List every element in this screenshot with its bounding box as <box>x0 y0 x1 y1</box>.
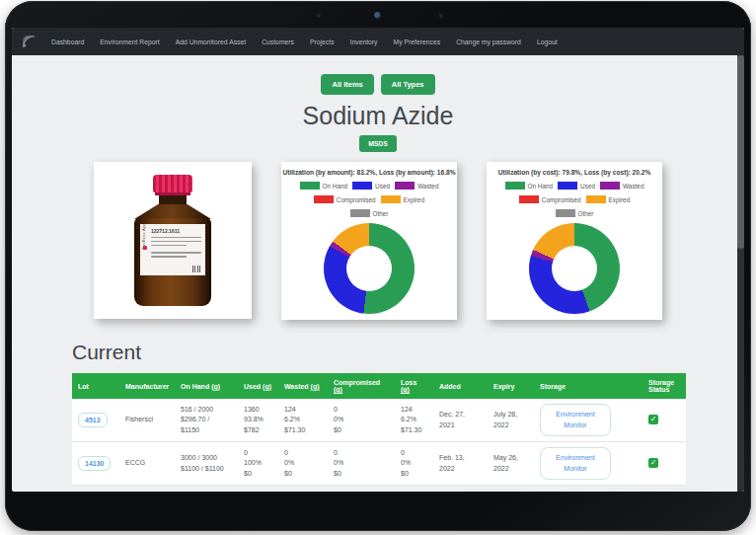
legend-color-chip <box>352 182 372 190</box>
legend-color-chip <box>381 195 401 203</box>
bottle-label: PanReac AppliChem 122712.1611 <box>140 224 205 275</box>
cards-row: PanReac AppliChem 122712.1611 Utilizatio… <box>12 162 744 320</box>
legend-color-chip <box>395 182 415 190</box>
nav-item-change-my-password[interactable]: Change my password <box>456 38 521 45</box>
on-hand-cell: 3000 / 3000 $1100 / $1100 <box>175 442 238 486</box>
environment-monitor-button[interactable]: Environment Monitor <box>540 404 611 436</box>
lot-cell: 14130 <box>72 442 119 486</box>
nav-item-logout[interactable]: Logout <box>537 38 558 45</box>
compromised-cell: 0 0% $0 <box>328 442 395 486</box>
legend-item-compromised[interactable]: Compromised <box>314 195 376 203</box>
column-header-storage-status: Storage Status <box>643 373 686 399</box>
nav-item-projects[interactable]: Projects <box>310 38 335 45</box>
scrollbar-thumb[interactable] <box>737 55 744 249</box>
legend-label: Compromised <box>337 196 376 203</box>
donut-chart[interactable] <box>529 223 620 314</box>
legend-item-wasted[interactable]: Wasted <box>395 182 438 190</box>
nav-item-dashboard[interactable]: Dashboard <box>51 38 84 45</box>
legend-item-other[interactable]: Other <box>556 209 594 217</box>
table-row: 4513Fishersci516 / 2000 $296.70 / $11501… <box>72 399 686 442</box>
page-content: All Items All Types Sodium Azide MSDS <box>12 55 744 492</box>
barcode <box>192 266 202 272</box>
column-header-loss-g-: Loss (g) <box>395 373 433 399</box>
used-cell: 1360 93.8% $782 <box>238 399 278 442</box>
donut-chart[interactable] <box>324 223 415 314</box>
legend-item-expired[interactable]: Expired <box>381 195 425 203</box>
storage-status-cell: ✓ <box>643 442 686 486</box>
legend-item-other[interactable]: Other <box>350 209 389 217</box>
legend-label: On Hand <box>528 183 554 190</box>
column-header-compromised-g-: Compromised (g) <box>328 373 395 399</box>
section-heading-current: Current <box>72 341 744 364</box>
column-header-added: Added <box>433 373 488 399</box>
wasted-cell: 124 6.2% $71.30 <box>278 399 328 442</box>
donut-hole <box>552 246 597 291</box>
utilization-by-amount-chart-card: Utilization (by amount): 83.2%, Loss (by… <box>281 162 457 320</box>
legend-label: Used <box>375 183 390 190</box>
nav-item-add-unmonitored-asset[interactable]: Add Unmonitored Asset <box>176 38 246 45</box>
chart-title: Utilization (by amount): 83.2%, Loss (by… <box>281 169 457 176</box>
screen: DashboardEnvironment ReportAdd Unmonitor… <box>12 28 744 492</box>
column-header-manufacturer: Manufacturer <box>119 373 175 399</box>
legend-label: On Hand <box>323 183 348 190</box>
legend-label: Expired <box>404 196 425 203</box>
chart-title: Utilization (by cost): 79.8%, Loss (by c… <box>487 169 662 176</box>
donut-hole <box>346 246 392 291</box>
brand-logo-icon[interactable] <box>22 35 36 48</box>
bottle-body: PanReac AppliChem 122712.1611 <box>134 218 211 306</box>
scrollbar-track <box>737 55 744 492</box>
page-title: Sodium Azide <box>12 102 744 130</box>
column-header-wasted-g-: Wasted (g) <box>278 373 328 399</box>
bottle-label-code: 122712.1611 <box>151 228 201 234</box>
legend-label: Wasted <box>417 183 438 190</box>
camera-strip <box>5 7 751 23</box>
bottle-shoulder <box>134 204 211 219</box>
filter-pills: All Items All Types <box>12 74 744 95</box>
environment-monitor-button[interactable]: Environment Monitor <box>540 447 611 480</box>
chart-legend: On HandUsedWastedCompromisedExpiredOther <box>491 182 658 217</box>
legend-item-on-hand[interactable]: On Hand <box>505 182 554 190</box>
storage-status-cell: ✓ <box>643 399 686 442</box>
navbar-items: DashboardEnvironment ReportAdd Unmonitor… <box>51 38 558 45</box>
tablet-frame: DashboardEnvironment ReportAdd Unmonitor… <box>5 1 751 531</box>
legend-color-chip <box>300 182 320 190</box>
legend-item-expired[interactable]: Expired <box>586 195 631 203</box>
legend-color-chip <box>350 209 370 217</box>
bottle-neck <box>159 195 187 204</box>
inventory-table: LotManufacturerOn Hand (g)Used (g)Wasted… <box>72 373 686 486</box>
all-types-button[interactable]: All Types <box>381 74 435 95</box>
column-header-storage: Storage <box>534 373 643 399</box>
legend-item-used[interactable]: Used <box>352 182 390 190</box>
legend-item-wasted[interactable]: Wasted <box>600 182 643 190</box>
added-cell: Dec. 27, 2021 <box>433 399 488 442</box>
nav-item-customers[interactable]: Customers <box>262 38 294 45</box>
legend-color-chip <box>314 195 334 203</box>
all-items-button[interactable]: All Items <box>321 74 373 95</box>
storage-cell: Environment Monitor <box>534 442 643 486</box>
msds-button[interactable]: MSDS <box>359 135 397 152</box>
legend-item-used[interactable]: Used <box>558 182 595 190</box>
lot-button[interactable]: 4513 <box>78 413 108 427</box>
legend-label: Other <box>578 210 594 217</box>
storage-cell: Environment Monitor <box>534 399 643 442</box>
lot-cell: 4513 <box>72 399 119 442</box>
utilization-by-cost-chart-card: Utilization (by cost): 79.8%, Loss (by c… <box>487 162 662 320</box>
manufacturer-cell: Fishersci <box>119 399 175 442</box>
nav-item-inventory[interactable]: Inventory <box>350 38 378 45</box>
legend-color-chip <box>519 195 539 203</box>
manufacturer-cell: ECCG <box>119 442 175 486</box>
nav-item-environment-report[interactable]: Environment Report <box>100 38 159 45</box>
legend-item-compromised[interactable]: Compromised <box>519 195 581 203</box>
storage-status-checkbox[interactable]: ✓ <box>648 415 658 424</box>
lot-button[interactable]: 14130 <box>78 456 111 471</box>
nav-item-my-preferences[interactable]: My Preferences <box>394 38 441 45</box>
legend-item-on-hand[interactable]: On Hand <box>300 182 348 190</box>
bottle-cap <box>153 175 192 192</box>
table-body: 4513Fishersci516 / 2000 $296.70 / $11501… <box>72 399 686 486</box>
wasted-cell: 0 0% $0 <box>278 442 328 486</box>
column-header-used-g-: Used (g) <box>238 373 278 399</box>
compromised-cell: 0 0% $0 <box>328 399 395 442</box>
legend-label: Expired <box>609 196 631 203</box>
storage-status-checkbox[interactable]: ✓ <box>648 458 658 468</box>
on-hand-cell: 516 / 2000 $296.70 / $1150 <box>175 399 238 442</box>
